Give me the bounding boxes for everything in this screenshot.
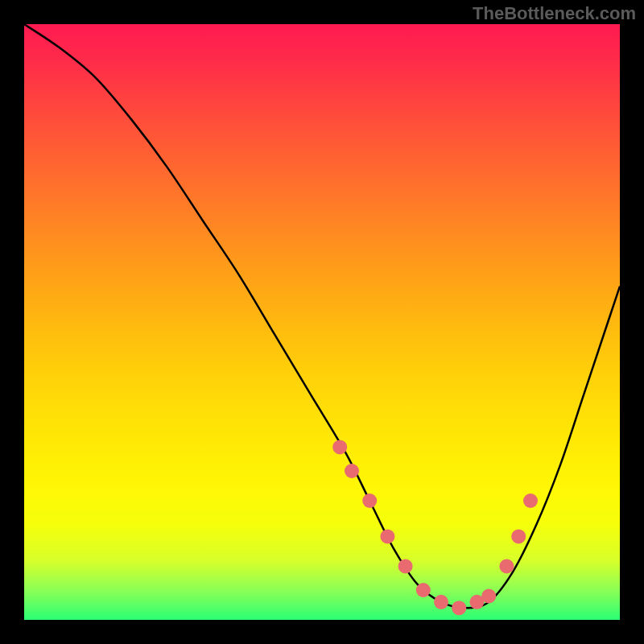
marker-point [499, 559, 514, 573]
marker-point [452, 601, 466, 615]
highlight-markers [332, 440, 538, 615]
marker-point [345, 464, 359, 478]
chart-container: TheBottleneck.com [0, 0, 644, 644]
bottleneck-curve-line [24, 24, 620, 608]
marker-point [332, 440, 347, 454]
marker-point [434, 595, 448, 609]
curve-svg [24, 24, 620, 620]
marker-point [380, 529, 394, 543]
marker-point [481, 588, 496, 603]
marker-point [523, 493, 538, 508]
marker-point [362, 493, 377, 508]
plot-area [24, 24, 620, 620]
marker-point [511, 529, 526, 543]
watermark-text: TheBottleneck.com [473, 3, 636, 24]
marker-point [398, 559, 413, 573]
marker-point [416, 583, 431, 597]
